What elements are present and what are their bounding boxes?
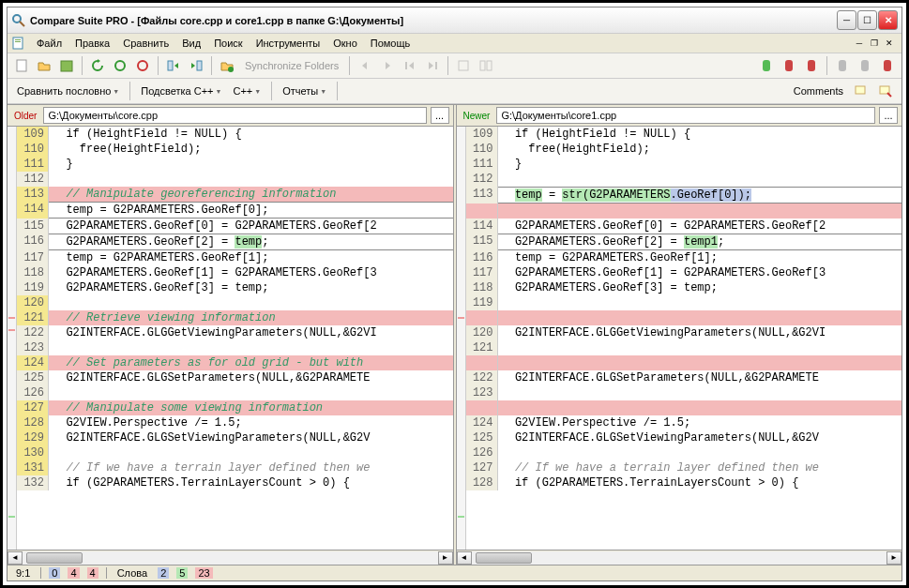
menu-compare[interactable]: Сравнить xyxy=(116,36,175,51)
marker-red3-button[interactable] xyxy=(877,55,898,76)
menu-window[interactable]: Окно xyxy=(326,36,364,51)
app-icon xyxy=(11,13,26,28)
close-button[interactable]: ✕ xyxy=(878,10,898,30)
lang-dropdown[interactable]: C++▼ xyxy=(229,83,265,98)
right-hscroll[interactable]: ◄► xyxy=(457,550,902,565)
marker-red1-button[interactable] xyxy=(779,55,799,76)
first-diff-button[interactable] xyxy=(400,55,420,76)
save-button[interactable] xyxy=(56,55,77,76)
last-diff-button[interactable] xyxy=(422,55,443,76)
app-window: Compare Suite PRO - [Файлы core.cpp и co… xyxy=(7,7,902,581)
copy-right-button[interactable] xyxy=(186,55,206,76)
newer-label: Newer xyxy=(461,111,493,121)
reports-dropdown[interactable]: Отчеты▼ xyxy=(279,83,330,98)
refresh-button[interactable] xyxy=(87,55,108,76)
svg-rect-20 xyxy=(839,60,846,71)
main-toolbar: Synchronize Folders xyxy=(8,53,901,79)
merge2-button[interactable] xyxy=(476,55,496,76)
minimize-button[interactable]: ─ xyxy=(837,10,856,30)
titlebar: Compare Suite PRO - [Файлы core.cpp и co… xyxy=(8,8,901,34)
comment-add-icon[interactable] xyxy=(851,81,871,101)
svg-rect-17 xyxy=(763,60,770,71)
right-code[interactable]: 109 if (HeightField != NULL) {110 free(H… xyxy=(466,127,902,550)
copy-left-button[interactable] xyxy=(163,55,184,76)
stop-button[interactable] xyxy=(132,55,153,76)
left-code[interactable]: 109 if (HeightField != NULL) {110 free(H… xyxy=(17,127,453,550)
cursor-pos: 9:1 xyxy=(13,567,33,579)
maximize-button[interactable]: ☐ xyxy=(857,10,877,30)
menu-help[interactable]: Помощь xyxy=(364,36,417,51)
open-button[interactable] xyxy=(34,55,54,76)
words-3: 23 xyxy=(195,567,212,579)
svg-rect-21 xyxy=(861,60,869,71)
words-2: 5 xyxy=(176,567,188,579)
compare-mode-dropdown[interactable]: Сравнить пословно▼ xyxy=(13,83,123,98)
right-browse-button[interactable]: ... xyxy=(879,107,898,124)
svg-rect-13 xyxy=(435,62,437,69)
comment-del-icon[interactable] xyxy=(875,81,896,101)
right-pane: Newer G:\Документы\core1.cpp ... 109 if … xyxy=(457,105,902,565)
svg-rect-23 xyxy=(856,86,865,94)
left-hscroll[interactable]: ◄► xyxy=(8,550,453,565)
compare-content: Older G:\Документы\core.cpp ... 109 if (… xyxy=(8,104,901,565)
diff-add: 4 xyxy=(87,567,98,579)
diff-mod: 4 xyxy=(68,567,79,579)
svg-rect-2 xyxy=(13,38,23,49)
svg-rect-5 xyxy=(17,60,26,71)
svg-rect-18 xyxy=(785,60,793,71)
right-minimap[interactable] xyxy=(457,127,466,550)
marker-red2-button[interactable] xyxy=(801,55,822,76)
words-label: Слова xyxy=(114,567,150,579)
merge-button[interactable] xyxy=(453,55,474,76)
prev-diff-button[interactable] xyxy=(355,55,375,76)
marker-gray1-button[interactable] xyxy=(832,55,853,76)
highlight-dropdown[interactable]: Подсветка С++▼ xyxy=(137,83,225,98)
mdi-restore[interactable]: ❐ xyxy=(868,37,881,50)
options-toolbar: Сравнить пословно▼ Подсветка С++▼ C++▼ О… xyxy=(8,79,901,104)
left-pane: Older G:\Документы\core.cpp ... 109 if (… xyxy=(8,105,453,565)
svg-rect-12 xyxy=(405,62,407,69)
svg-rect-4 xyxy=(15,41,21,42)
left-path[interactable]: G:\Документы\core.cpp xyxy=(43,107,426,124)
words-1: 2 xyxy=(158,567,169,579)
sync-folders-label[interactable]: Synchronize Folders xyxy=(239,58,344,73)
menu-tools[interactable]: Инструменты xyxy=(250,36,327,51)
svg-point-0 xyxy=(13,15,21,23)
older-label: Older xyxy=(11,111,39,121)
svg-point-11 xyxy=(228,67,234,72)
svg-rect-6 xyxy=(61,61,72,71)
window-title: Compare Suite PRO - [Файлы core.cpp и co… xyxy=(30,15,837,26)
marker-green-button[interactable] xyxy=(756,55,777,76)
svg-rect-3 xyxy=(15,39,21,40)
svg-rect-9 xyxy=(168,61,173,70)
svg-line-1 xyxy=(20,22,24,26)
svg-rect-16 xyxy=(487,61,492,70)
menu-view[interactable]: Вид xyxy=(175,36,207,51)
svg-point-8 xyxy=(138,61,147,70)
statusbar: 9:1 0 4 4 Слова 2 5 23 xyxy=(8,565,901,580)
comments-button[interactable]: Comments xyxy=(790,83,847,98)
doc-icon xyxy=(11,36,26,51)
sync-folders-icon[interactable] xyxy=(217,55,237,76)
diff-del: 0 xyxy=(49,567,60,579)
left-minimap[interactable] xyxy=(8,127,17,550)
svg-point-7 xyxy=(115,61,125,70)
svg-rect-22 xyxy=(884,60,891,71)
svg-rect-10 xyxy=(197,61,202,70)
svg-rect-19 xyxy=(808,60,815,71)
svg-rect-15 xyxy=(480,61,485,70)
mdi-minimize[interactable]: ─ xyxy=(853,37,866,50)
left-browse-button[interactable]: ... xyxy=(431,107,449,124)
svg-rect-14 xyxy=(459,61,468,70)
refresh-all-button[interactable] xyxy=(110,55,130,76)
menubar: Файл Правка Сравнить Вид Поиск Инструмен… xyxy=(8,34,901,53)
menu-edit[interactable]: Правка xyxy=(68,36,116,51)
svg-line-25 xyxy=(887,93,891,97)
mdi-close[interactable]: ✕ xyxy=(883,37,896,50)
menu-search[interactable]: Поиск xyxy=(207,36,249,51)
next-diff-button[interactable] xyxy=(377,55,398,76)
marker-gray2-button[interactable] xyxy=(855,55,875,76)
new-button[interactable] xyxy=(11,55,32,76)
menu-file[interactable]: Файл xyxy=(30,36,68,51)
right-path[interactable]: G:\Документы\core1.cpp xyxy=(496,107,875,124)
